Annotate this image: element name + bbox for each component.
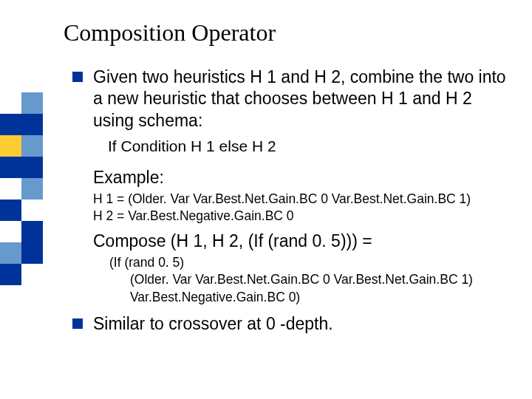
compose-line: Compose (H 1, H 2, (If (rand 0. 5))) =	[93, 231, 516, 253]
compose-body-line3: Var.Best.Negative.Gain.BC 0)	[130, 289, 516, 307]
example-h1-line: H 1 = (Older. Var Var.Best.Net.Gain.BC 0…	[93, 191, 516, 208]
example-h2-line: H 2 = Var.Best.Negative.Gain.BC 0	[93, 208, 516, 225]
decorative-square	[21, 92, 43, 114]
decorative-square	[21, 178, 43, 200]
square-bullet-icon	[72, 72, 83, 82]
decorative-square	[21, 114, 43, 135]
slide-content: Given two heuristics H 1 and H 2, combin…	[72, 66, 516, 340]
bullet-item-2: Similar to crossover at 0 -depth.	[72, 313, 516, 335]
decorative-square	[0, 200, 21, 221]
decorative-square	[21, 157, 43, 178]
decorative-square	[21, 242, 43, 264]
square-bullet-icon	[72, 318, 83, 329]
slide-title: Composition Operator	[64, 19, 276, 47]
decorative-square	[0, 157, 21, 178]
bullet-1-text: Given two heuristics H 1 and H 2, combin…	[93, 66, 516, 132]
example-definitions: H 1 = (Older. Var Var.Best.Net.Gain.BC 0…	[93, 191, 516, 225]
decorative-sidebar	[0, 0, 43, 399]
bullet-2-text: Similar to crossover at 0 -depth.	[93, 313, 333, 335]
decorative-square	[21, 135, 43, 157]
decorative-square	[0, 242, 21, 264]
decorative-square	[0, 264, 21, 285]
decorative-square	[21, 221, 43, 242]
bullet-item-1: Given two heuristics H 1 and H 2, combin…	[72, 66, 516, 132]
decorative-square	[0, 114, 21, 135]
schema-line: If Condition H 1 else H 2	[108, 136, 516, 156]
compose-body-line2: (Older. Var Var.Best.Net.Gain.BC 0 Var.B…	[130, 271, 516, 289]
decorative-square	[0, 135, 21, 157]
example-label: Example:	[93, 167, 516, 189]
compose-body-line1: (If (rand 0. 5)	[109, 254, 516, 272]
